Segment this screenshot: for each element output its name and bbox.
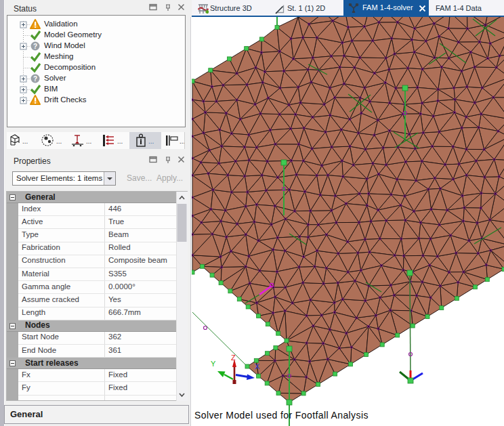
svg-text:...: ... <box>56 137 62 145</box>
svg-text:...: ... <box>117 137 123 145</box>
svg-text:Y: Y <box>211 360 216 368</box>
svg-text:?: ? <box>33 43 37 50</box>
svg-text:Z: Z <box>231 354 236 362</box>
svg-text:...: ... <box>86 137 91 145</box>
svg-text:...: ... <box>148 137 154 145</box>
svg-text:...: ... <box>180 137 184 145</box>
svg-text:...: ... <box>22 137 28 145</box>
svg-text:?: ? <box>33 75 37 83</box>
svg-text:X: X <box>255 362 260 370</box>
